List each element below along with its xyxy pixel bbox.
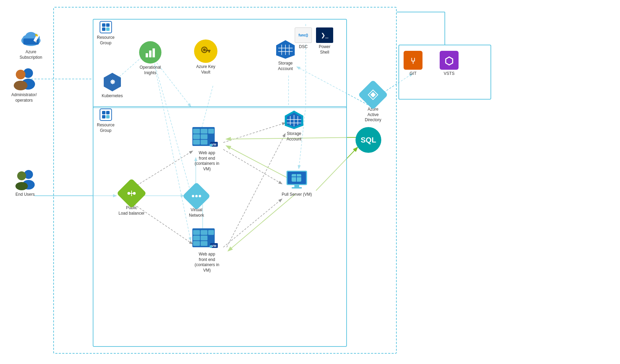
resource-group-top-label: ResourceGroup <box>97 35 114 46</box>
kubernetes-icon: ⎈ <box>102 72 122 92</box>
storage-account-bottom-icon <box>283 110 305 130</box>
svg-point-103 <box>199 195 201 197</box>
svg-point-38 <box>14 81 27 90</box>
git-label: GIT <box>410 71 417 77</box>
end-users-label: End Users <box>15 192 35 197</box>
svg-rect-79 <box>201 129 207 134</box>
web-app-bottom-label: Web appfront end(containers inVM) <box>194 252 219 273</box>
sql-label-text: SQL <box>361 136 376 145</box>
aad-node: AzureActiveDirectory <box>362 84 384 123</box>
svg-rect-89 <box>193 241 200 246</box>
storage-account-top-icon <box>275 39 296 59</box>
svg-point-41 <box>17 171 26 180</box>
svg-rect-80 <box>201 134 207 139</box>
svg-point-59 <box>203 48 206 51</box>
power-shell-icon: ❯_ <box>316 27 333 43</box>
svg-point-42 <box>15 182 28 190</box>
svg-point-37 <box>16 70 25 79</box>
azure-subscription-node: Azure Subscription <box>14 27 48 60</box>
admin-label: Administrator/operators <box>11 92 37 103</box>
vsts-label: VSTS <box>444 71 454 77</box>
svg-rect-50 <box>106 111 110 114</box>
svg-point-102 <box>195 195 198 197</box>
web-app-top-node: VM Web appfront end(containers inVM) <box>192 125 222 172</box>
svg-rect-43 <box>100 21 112 33</box>
svg-point-101 <box>192 195 194 197</box>
svg-rect-78 <box>193 140 200 145</box>
svg-rect-93 <box>208 230 214 235</box>
key-vault-label: Azure KeyVault <box>196 64 215 75</box>
aad-icon <box>358 80 388 110</box>
load-balancer-icon <box>116 178 147 208</box>
svg-text:VM: VM <box>212 143 216 146</box>
svg-text:⎈: ⎈ <box>110 77 115 86</box>
svg-rect-92 <box>201 241 207 246</box>
web-app-top-icon: VM <box>192 125 222 149</box>
svg-rect-110 <box>292 187 302 189</box>
storage-account-bottom-label: StorageAccount <box>286 131 301 142</box>
vsts-icon: ⬡ <box>440 51 459 70</box>
svg-rect-61 <box>208 50 210 53</box>
web-app-bottom-node: VM Web appfront end(containers inVM) <box>192 227 222 273</box>
key-vault-icon <box>194 39 217 63</box>
web-app-bottom-icon: VM <box>192 227 222 250</box>
virtual-network-node: VirtualNetwork <box>187 186 206 218</box>
svg-rect-77 <box>193 134 200 139</box>
svg-rect-55 <box>153 48 155 57</box>
svg-text:⑂: ⑂ <box>410 56 415 66</box>
svg-text:VM: VM <box>212 244 216 248</box>
resource-group-bottom-label: ResourceGroup <box>97 123 114 133</box>
azure-subscription-label: Azure Subscription <box>14 49 48 60</box>
web-app-top-label: Web appfront end(containers inVM) <box>194 150 219 172</box>
svg-rect-76 <box>193 129 200 134</box>
admin-node: Administrator/operators <box>10 67 38 103</box>
svg-point-96 <box>210 245 212 248</box>
end-users-node: End Users <box>13 168 37 197</box>
aad-label: AzureActiveDirectory <box>365 107 381 123</box>
git-node: ⑂ GIT <box>404 51 422 77</box>
kubernetes-node: ⎈ Kubernetes <box>102 72 123 99</box>
svg-rect-51 <box>102 115 105 118</box>
load-balancer-node: PublicLoad balancer <box>119 183 145 216</box>
svg-rect-44 <box>102 23 105 27</box>
sql-icon: SQL <box>356 127 381 153</box>
resource-group-bottom-node: ResourceGroup <box>97 108 114 133</box>
operational-insights-node: OperationalInights <box>139 41 161 76</box>
svg-rect-47 <box>106 27 110 31</box>
svg-rect-53 <box>146 53 148 57</box>
pull-server-icon <box>285 170 309 191</box>
admin-icon <box>10 67 38 91</box>
resource-group-bottom-icon <box>99 108 112 121</box>
pull-server-node: Pull Server (VM) <box>282 170 312 197</box>
svg-rect-87 <box>193 230 200 235</box>
svg-marker-112 <box>370 92 376 98</box>
svg-text:⬡: ⬡ <box>444 55 453 67</box>
storage-account-top-node: StorageAccount <box>275 39 296 71</box>
svg-rect-52 <box>106 115 110 118</box>
pull-server-label: Pull Server (VM) <box>282 192 312 197</box>
svg-rect-81 <box>201 140 207 145</box>
svg-rect-82 <box>208 129 214 134</box>
dsc-icon: func() <box>295 27 312 43</box>
operational-insights-label: OperationalInights <box>139 65 161 76</box>
svg-rect-91 <box>201 236 207 240</box>
svg-rect-88 <box>193 236 200 240</box>
storage-account-top-label: StorageAccount <box>278 61 293 71</box>
virtual-network-icon <box>182 182 211 210</box>
end-users-icon <box>13 168 37 191</box>
resource-group-top-icon <box>99 21 112 34</box>
power-shell-node: ❯_ PowerShell <box>316 27 333 55</box>
kubernetes-label: Kubernetes <box>102 93 123 99</box>
power-shell-label: PowerShell <box>319 44 330 55</box>
key-vault-node: Azure KeyVault <box>194 39 217 75</box>
storage-account-bottom-node: StorageAccount <box>283 110 305 142</box>
dsc-node: func() DSC <box>295 27 312 50</box>
svg-rect-48 <box>100 109 112 121</box>
svg-rect-90 <box>201 230 207 235</box>
vsts-node: ⬡ VSTS <box>440 51 459 77</box>
operational-insights-icon <box>139 41 161 64</box>
svg-rect-49 <box>102 111 105 114</box>
svg-rect-45 <box>106 23 110 27</box>
svg-rect-46 <box>102 27 105 31</box>
svg-rect-54 <box>149 50 151 57</box>
